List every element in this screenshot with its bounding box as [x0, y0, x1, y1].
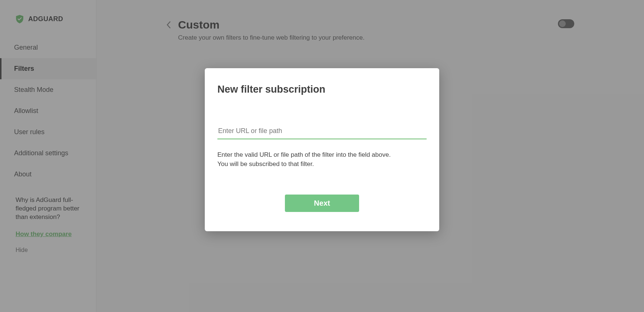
filter-url-input[interactable]	[217, 125, 427, 139]
modal-hint-line: You will be subscribed to that filter.	[217, 160, 427, 169]
modal-title: New filter subscription	[217, 84, 427, 95]
modal-hint-line: Enter the valid URL or file path of the …	[217, 150, 427, 160]
new-filter-subscription-modal: New filter subscription Enter the valid …	[205, 68, 439, 231]
modal-hint: Enter the valid URL or file path of the …	[217, 150, 427, 169]
next-button[interactable]: Next	[285, 195, 359, 212]
